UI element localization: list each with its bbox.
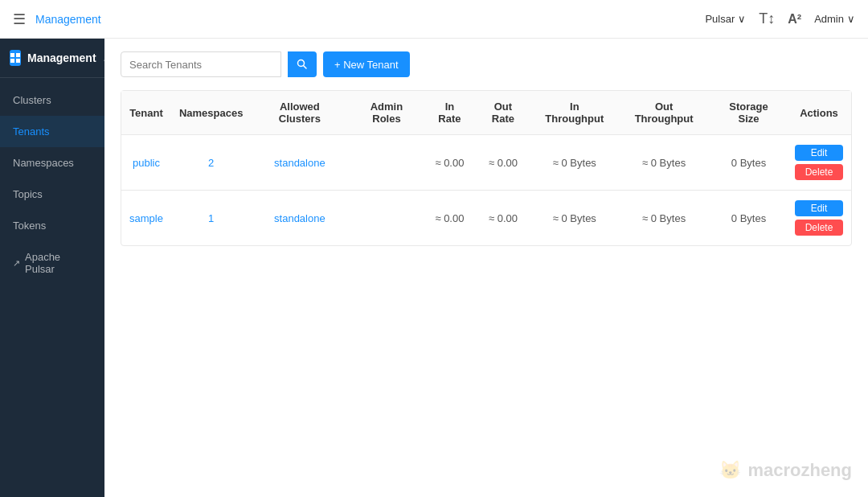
- col-admin-roles: Admin Roles: [348, 91, 424, 135]
- table-header-row: Tenant Namespaces Allowed Clusters Admin…: [121, 91, 851, 135]
- storage-size: 0 Bytes: [710, 191, 787, 246]
- namespace-count[interactable]: 1: [171, 191, 252, 246]
- new-tenant-button[interactable]: + New Tenant: [323, 51, 410, 77]
- storage-size: 0 Bytes: [710, 135, 787, 191]
- namespace-count[interactable]: 2: [171, 135, 252, 191]
- out-throughput: ≈ 0 Bytes: [617, 191, 710, 246]
- in-throughput: ≈ 0 Bytes: [532, 191, 617, 246]
- table-row: public 2 standalone ≈ 0.00 ≈ 0.00 ≈ 0 By…: [121, 135, 851, 191]
- delete-button[interactable]: Delete: [795, 220, 843, 236]
- sidebar: Management ∧ Clusters Tenants Namespaces…: [0, 39, 104, 497]
- language-icon[interactable]: A²: [788, 12, 801, 27]
- col-in-throughput: In Throughput: [532, 91, 617, 135]
- in-rate: ≈ 0.00: [425, 191, 475, 246]
- actions-cell: Edit Delete: [787, 191, 851, 246]
- sidebar-item-tenants[interactable]: Tenants: [0, 116, 104, 147]
- allowed-clusters[interactable]: standalone: [251, 191, 348, 246]
- admin-label: Admin: [814, 13, 844, 25]
- topbar-left: ☰ Management: [13, 10, 101, 28]
- table-row: sample 1 standalone ≈ 0.00 ≈ 0.00 ≈ 0 By…: [121, 191, 851, 246]
- tenant-name[interactable]: sample: [121, 191, 171, 246]
- pulsar-arrow: ∨: [738, 13, 746, 25]
- breadcrumb[interactable]: Management: [35, 13, 101, 26]
- in-throughput: ≈ 0 Bytes: [532, 135, 617, 191]
- col-storage-size: Storage Size: [710, 91, 787, 135]
- main-content: + New Tenant Tenant Namespaces Allowed C…: [104, 39, 868, 497]
- delete-button[interactable]: Delete: [795, 164, 843, 180]
- col-out-throughput: Out Throughput: [617, 91, 710, 135]
- svg-rect-0: [10, 53, 14, 57]
- sidebar-item-clusters[interactable]: Clusters: [0, 84, 104, 116]
- out-rate: ≈ 0.00: [474, 135, 531, 191]
- new-tenant-label: + New Tenant: [334, 59, 399, 71]
- topbar: ☰ Management Pulsar ∨ T↕ A² Admin ∨: [0, 0, 868, 39]
- apache-pulsar-label: Apache Pulsar: [25, 251, 92, 275]
- hamburger-icon[interactable]: ☰: [13, 10, 26, 28]
- actions-cell: Edit Delete: [787, 135, 851, 191]
- out-throughput: ≈ 0 Bytes: [617, 135, 710, 191]
- logo-icon: [10, 50, 21, 66]
- search-button[interactable]: [288, 51, 317, 77]
- sidebar-nav: Clusters Tenants Namespaces Topics Token…: [0, 78, 104, 285]
- allowed-clusters[interactable]: standalone: [251, 135, 348, 191]
- tenants-table: Tenant Namespaces Allowed Clusters Admin…: [121, 90, 852, 246]
- sidebar-item-namespaces[interactable]: Namespaces: [0, 147, 104, 179]
- search-input[interactable]: [121, 51, 281, 77]
- admin-arrow: ∨: [847, 13, 855, 25]
- out-rate: ≈ 0.00: [474, 191, 531, 246]
- sidebar-item-tokens[interactable]: Tokens: [0, 210, 104, 241]
- sidebar-logo[interactable]: Management ∧: [0, 39, 104, 78]
- svg-rect-1: [16, 53, 20, 57]
- edit-button[interactable]: Edit: [795, 145, 843, 161]
- svg-rect-3: [16, 59, 20, 63]
- sidebar-item-topics[interactable]: Topics: [0, 179, 104, 210]
- col-allowed-clusters: Allowed Clusters: [251, 91, 348, 135]
- pulsar-selector[interactable]: Pulsar ∨: [705, 13, 746, 25]
- svg-line-5: [304, 66, 307, 69]
- topbar-right: Pulsar ∨ T↕ A² Admin ∨: [705, 10, 855, 27]
- tenant-name[interactable]: public: [121, 135, 171, 191]
- font-size-icon[interactable]: T↕: [759, 10, 775, 27]
- admin-roles: [348, 191, 424, 246]
- col-tenant: Tenant: [121, 91, 171, 135]
- edit-button[interactable]: Edit: [795, 200, 843, 216]
- col-namespaces: Namespaces: [171, 91, 252, 135]
- admin-roles: [348, 135, 424, 191]
- sidebar-title: Management: [27, 51, 96, 64]
- sidebar-item-apache-pulsar[interactable]: ↗ Apache Pulsar: [0, 241, 104, 285]
- svg-rect-2: [10, 59, 14, 63]
- col-actions: Actions: [787, 91, 851, 135]
- col-out-rate: Out Rate: [474, 91, 531, 135]
- external-link-icon: ↗: [13, 258, 20, 269]
- user-menu[interactable]: Admin ∨: [814, 13, 855, 25]
- col-in-rate: In Rate: [425, 91, 475, 135]
- toolbar: + New Tenant: [121, 51, 852, 77]
- pulsar-label: Pulsar: [705, 13, 735, 25]
- in-rate: ≈ 0.00: [425, 135, 475, 191]
- layout: Management ∧ Clusters Tenants Namespaces…: [0, 39, 868, 497]
